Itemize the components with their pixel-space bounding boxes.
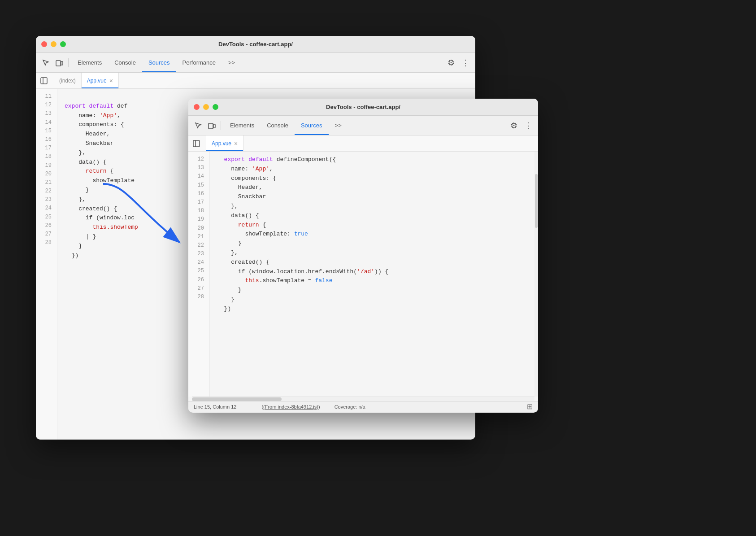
fln-21: 21 [188, 233, 209, 241]
code-line-f: components: { [217, 174, 534, 183]
status-source-front: ((From index-8bfa4912.js)) [261, 404, 320, 410]
tab-console-front[interactable]: Console [261, 116, 295, 135]
minimize-button-front[interactable] [203, 104, 209, 110]
code-line-f: showTemplate: true [217, 230, 534, 239]
gear-icon-back[interactable]: ⚙ [445, 57, 457, 69]
ln-12: 12 [36, 101, 57, 109]
fln-14: 14 [188, 172, 209, 181]
fln-12: 12 [188, 155, 209, 164]
tab-bar-back: Elements Console Sources Performance >> [71, 53, 444, 72]
fln-20: 20 [188, 224, 209, 233]
minimize-button-back[interactable] [51, 41, 56, 47]
svg-rect-5 [213, 124, 215, 128]
device-icon-front[interactable] [205, 119, 218, 132]
title-bar-front: DevTools - coffee-cart.app/ [188, 99, 538, 116]
close-tab-front[interactable]: × [234, 140, 238, 147]
screenshot-icon-front[interactable]: ⊞ [527, 402, 533, 411]
fln-23: 23 [188, 250, 209, 258]
fln-17: 17 [188, 198, 209, 207]
title-bar-back: DevTools - coffee-cart.app/ [36, 36, 475, 53]
ln-16: 16 [36, 135, 57, 144]
ln-28: 28 [36, 239, 57, 247]
code-line-f: } [217, 286, 534, 295]
svg-rect-1 [61, 61, 63, 65]
traffic-lights-back [41, 41, 66, 47]
fln-22: 22 [188, 241, 209, 250]
ln-24: 24 [36, 204, 57, 213]
code-line-f: Snackbar [217, 192, 534, 202]
toolbar-back: Elements Console Sources Performance >> … [36, 53, 475, 73]
svg-rect-4 [209, 123, 213, 129]
ln-19: 19 [36, 161, 57, 170]
file-tab-appvue-front[interactable]: App.vue × [206, 135, 243, 151]
tab-performance-back[interactable]: Performance [176, 53, 222, 72]
code-line-f: data() { [217, 211, 534, 221]
traffic-lights-front [194, 104, 218, 110]
code-line-f: return { [217, 221, 534, 230]
fln-25: 25 [188, 267, 209, 275]
ln-14: 14 [36, 118, 57, 127]
status-bar-front: Line 15, Column 12 ((From index-8bfa4912… [188, 401, 538, 412]
maximize-button-back[interactable] [60, 41, 66, 47]
scrollbar-front[interactable] [534, 152, 538, 397]
ln-18: 18 [36, 153, 57, 161]
fln-27: 27 [188, 284, 209, 293]
line-numbers-front: 12 13 14 15 16 17 18 19 20 21 22 23 24 2… [188, 152, 210, 397]
code-line-f: created() { [217, 258, 534, 267]
tab-console-back[interactable]: Console [108, 53, 142, 72]
tab-sources-back[interactable]: Sources [142, 53, 176, 72]
close-button-front[interactable] [194, 104, 200, 110]
inspect-icon-front[interactable] [192, 119, 204, 132]
file-tab-appvue-back[interactable]: App.vue × [82, 73, 119, 88]
devtools-front-window: DevTools - coffee-cart.app/ Elements Con… [188, 99, 538, 413]
fln-13: 13 [188, 164, 209, 172]
fln-28: 28 [188, 293, 209, 301]
more-icon-back[interactable]: ⋮ [459, 57, 472, 69]
ln-20: 20 [36, 170, 57, 179]
code-line-f: this.showTemplate = false [217, 276, 534, 286]
toolbar-front: Elements Console Sources >> ⚙ ⋮ [188, 116, 538, 135]
svg-rect-6 [193, 140, 200, 147]
tab-sources-front[interactable]: Sources [295, 116, 329, 135]
ln-17: 17 [36, 144, 57, 153]
fln-15: 15 [188, 181, 209, 190]
fln-19: 19 [188, 215, 209, 224]
fln-18: 18 [188, 207, 209, 215]
inspect-icon-back[interactable] [39, 57, 52, 69]
file-tabs-bar-front: App.vue × [188, 135, 538, 152]
close-tab-back[interactable]: × [109, 78, 113, 84]
file-tabs-bar-back: (index) App.vue × [36, 73, 475, 89]
code-content-front: 12 13 14 15 16 17 18 19 20 21 22 23 24 2… [188, 152, 538, 397]
gear-icon-front[interactable]: ⚙ [508, 119, 520, 132]
code-line-f: } [217, 239, 534, 248]
tab-elements-front[interactable]: Elements [224, 116, 261, 135]
tab-elements-back[interactable]: Elements [71, 53, 108, 72]
status-coverage-front: Coverage: n/a [335, 404, 365, 410]
code-line-f: if (window.location.href.endsWith('/ad')… [217, 267, 534, 277]
svg-rect-2 [41, 78, 47, 84]
more-icon-front[interactable]: ⋮ [522, 119, 534, 132]
tab-more-back[interactable]: >> [222, 53, 241, 72]
ln-15: 15 [36, 127, 57, 135]
close-button-back[interactable] [41, 41, 47, 47]
ln-22: 22 [36, 187, 57, 196]
fln-26: 26 [188, 276, 209, 284]
sidebar-toggle-front[interactable] [190, 137, 203, 150]
window-title-back: DevTools - coffee-cart.app/ [218, 41, 293, 48]
tab-bar-front: Elements Console Sources >> [224, 116, 507, 135]
maximize-button-front[interactable] [213, 104, 218, 110]
file-tab-index-back[interactable]: (index) [54, 73, 82, 88]
status-position-front: Line 15, Column 12 [194, 404, 236, 410]
fln-16: 16 [188, 190, 209, 198]
sidebar-toggle-back[interactable] [38, 74, 50, 87]
code-lines-front: export default defineComponent({ name: '… [210, 152, 534, 397]
device-icon-back[interactable] [53, 57, 65, 69]
code-area-front: 12 13 14 15 16 17 18 19 20 21 22 23 24 2… [188, 152, 538, 412]
ln-27: 27 [36, 230, 57, 239]
scrollbar-thumb-front[interactable] [535, 174, 538, 228]
ln-26: 26 [36, 222, 57, 230]
tab-more-front[interactable]: >> [329, 116, 348, 135]
ln-21: 21 [36, 179, 57, 187]
ln-11: 11 [36, 92, 57, 101]
code-line-f: name: 'App', [217, 165, 534, 174]
